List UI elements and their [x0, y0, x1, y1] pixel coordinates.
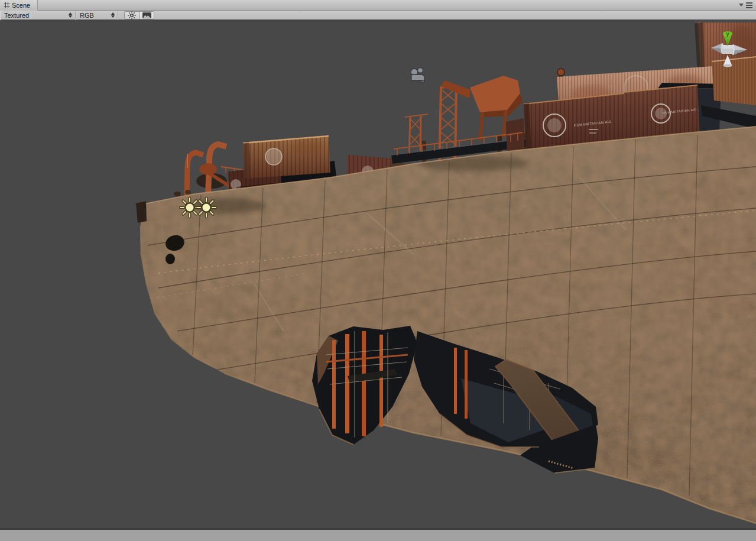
draw-mode-dropdown[interactable]: Textured: [0, 11, 76, 20]
draw-mode-value: Textured: [4, 12, 29, 19]
pane-hamburger-menu-icon[interactable]: [746, 2, 752, 8]
grid-icon: [4, 2, 10, 8]
directional-light-gizmo[interactable]: [197, 198, 216, 217]
tab-bar: Scene: [0, 0, 756, 11]
lighting-toggle-button[interactable]: [124, 11, 139, 20]
updown-arrows-icon: [111, 12, 115, 18]
scene-viewport[interactable]: HUMANITARIAN AID HUMANITARIAN AID: [0, 20, 756, 528]
scene-toolbar: Textured RGB: [0, 11, 756, 20]
tab-scene[interactable]: Scene: [0, 0, 38, 11]
pane-controls: [739, 2, 756, 8]
effects-toggle-button[interactable]: [139, 11, 154, 20]
axis-x-label: x: [737, 51, 739, 56]
image-icon: [142, 11, 152, 20]
scene-view-window: Scene Textured RGB: [0, 0, 756, 541]
pane-dropdown-arrow-icon[interactable]: [739, 4, 744, 7]
axis-y-label: y: [726, 31, 729, 37]
bow-fairlead: [136, 201, 147, 223]
render-channel-value: RGB: [80, 12, 94, 19]
updown-arrows-icon: [69, 12, 72, 18]
render-channel-dropdown[interactable]: RGB: [76, 11, 118, 20]
sun-icon: [127, 11, 137, 20]
bottom-panel-strip: [0, 530, 756, 541]
camera-gizmo[interactable]: [411, 68, 424, 82]
tab-label: Scene: [12, 0, 30, 11]
